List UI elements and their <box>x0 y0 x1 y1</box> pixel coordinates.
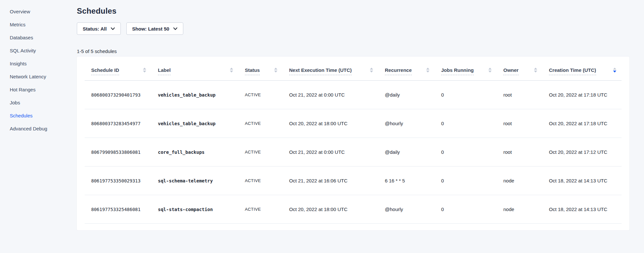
cell-schedule-id: 806197753325486081 <box>85 195 151 224</box>
cell-schedule-id: 806799098533806081 <box>85 138 151 166</box>
cell-next-execution: Oct 21, 2022 at 16:06 UTC <box>283 166 378 195</box>
chevron-down-icon <box>173 27 177 30</box>
sort-icon <box>230 68 233 73</box>
cell-label: sql-schema-telemetry <box>151 166 238 195</box>
cell-recurrence: 6 16 * * 5 <box>378 166 435 195</box>
cell-recurrence: @hourly <box>378 109 435 138</box>
cell-status: ACTIVE <box>238 138 283 166</box>
cell-recurrence: @daily <box>378 138 435 166</box>
cell-jobs-running: 0 <box>435 138 497 166</box>
cell-creation-time: Oct 20, 2022 at 17:18 UTC <box>542 109 622 138</box>
sidebar-item-network-latency[interactable]: Network Latency <box>10 74 77 79</box>
cell-status: ACTIVE <box>238 109 283 138</box>
cell-next-execution: Oct 20, 2022 at 18:00 UTC <box>283 109 378 138</box>
show-filter-label: Show: Latest 50 <box>132 26 169 32</box>
table-header-row: Schedule IDLabelStatusNext Execution Tim… <box>85 57 622 81</box>
column-label: Recurrence <box>385 67 412 75</box>
sort-icon <box>370 68 373 73</box>
table-row: 806800373290401793vehicles_table_backupA… <box>85 81 622 109</box>
column-label: Schedule ID <box>91 67 119 75</box>
cell-label: sql-stats-compaction <box>151 195 238 224</box>
cell-schedule-id: 806197753350029313 <box>85 166 151 195</box>
status-filter-label: Status: All <box>83 26 107 32</box>
cell-owner: node <box>497 166 542 195</box>
cell-creation-time: Oct 18, 2022 at 14:13 UTC <box>542 195 622 224</box>
cell-next-execution: Oct 21, 2022 at 0:00 UTC <box>283 81 378 109</box>
table-row: 806800373283454977vehicles_table_backupA… <box>85 109 622 138</box>
sidebar-item-hot-ranges[interactable]: Hot Ranges <box>10 87 77 92</box>
column-label: Status <box>245 67 260 75</box>
cell-creation-time: Oct 20, 2022 at 17:12 UTC <box>542 138 622 166</box>
cell-status: ACTIVE <box>238 166 283 195</box>
results-count: 1-5 of 5 schedules <box>77 48 629 54</box>
cell-status: ACTIVE <box>238 81 283 109</box>
column-label: Creation Time (UTC) <box>549 67 596 75</box>
column-header-schedule-id[interactable]: Schedule ID <box>85 57 151 81</box>
cell-recurrence: @hourly <box>378 195 435 224</box>
filter-bar: Status: All Show: Latest 50 <box>77 22 629 35</box>
cell-schedule-id: 806800373290401793 <box>85 81 151 109</box>
column-header-creation-time-utc[interactable]: Creation Time (UTC) <box>542 57 622 81</box>
cell-recurrence: @daily <box>378 81 435 109</box>
sidebar-item-jobs[interactable]: Jobs <box>10 100 77 105</box>
cell-owner: root <box>497 138 542 166</box>
show-filter-dropdown[interactable]: Show: Latest 50 <box>126 22 183 35</box>
column-header-jobs-running[interactable]: Jobs Running <box>435 57 497 81</box>
cell-owner: root <box>497 109 542 138</box>
sort-icon <box>426 68 429 73</box>
sidebar: OverviewMetricsDatabasesSQL ActivityInsi… <box>0 0 77 253</box>
cell-owner: root <box>497 81 542 109</box>
column-label: Jobs Running <box>441 67 474 75</box>
column-header-label[interactable]: Label <box>151 57 238 81</box>
column-header-recurrence[interactable]: Recurrence <box>378 57 435 81</box>
cell-schedule-id: 806800373283454977 <box>85 109 151 138</box>
column-label: Owner <box>503 67 519 75</box>
main-content: Schedules Status: All Show: Latest 50 1-… <box>77 0 644 253</box>
schedules-table: Schedule IDLabelStatusNext Execution Tim… <box>85 57 622 224</box>
cell-label: vehicles_table_backup <box>151 109 238 138</box>
page-title: Schedules <box>77 7 629 16</box>
cell-jobs-running: 0 <box>435 81 497 109</box>
sort-icon <box>274 68 277 73</box>
cell-owner: node <box>497 195 542 224</box>
table-row: 806197753350029313sql-schema-telemetryAC… <box>85 166 622 195</box>
schedules-table-card: Schedule IDLabelStatusNext Execution Tim… <box>77 57 629 230</box>
sidebar-item-advanced-debug[interactable]: Advanced Debug <box>10 126 77 131</box>
column-label: Label <box>158 67 171 75</box>
cell-label: vehicles_table_backup <box>151 81 238 109</box>
sidebar-item-databases[interactable]: Databases <box>10 35 77 40</box>
table-body: 806800373290401793vehicles_table_backupA… <box>85 81 622 224</box>
cell-jobs-running: 0 <box>435 166 497 195</box>
sidebar-nav: OverviewMetricsDatabasesSQL ActivityInsi… <box>10 9 77 131</box>
cell-jobs-running: 0 <box>435 195 497 224</box>
cell-creation-time: Oct 18, 2022 at 14:13 UTC <box>542 166 622 195</box>
cell-jobs-running: 0 <box>435 109 497 138</box>
cell-creation-time: Oct 20, 2022 at 17:18 UTC <box>542 81 622 109</box>
chevron-down-icon <box>111 27 115 30</box>
column-header-next-execution-time-utc[interactable]: Next Execution Time (UTC) <box>283 57 378 81</box>
sort-icon <box>488 68 492 73</box>
sort-icon <box>613 68 616 73</box>
sidebar-item-sql-activity[interactable]: SQL Activity <box>10 48 77 53</box>
cell-next-execution: Oct 21, 2022 at 0:00 UTC <box>283 138 378 166</box>
sort-icon <box>534 68 537 73</box>
sidebar-item-overview[interactable]: Overview <box>10 9 77 14</box>
sort-icon <box>143 68 146 73</box>
cell-label: core_full_backups <box>151 138 238 166</box>
sidebar-item-insights[interactable]: Insights <box>10 61 77 66</box>
sidebar-item-schedules[interactable]: Schedules <box>10 113 77 118</box>
table-row: 806197753325486081sql-stats-compactionAC… <box>85 195 622 224</box>
table-row: 806799098533806081core_full_backupsACTIV… <box>85 138 622 166</box>
cell-status: ACTIVE <box>238 195 283 224</box>
column-header-status[interactable]: Status <box>238 57 283 81</box>
status-filter-dropdown[interactable]: Status: All <box>77 22 121 35</box>
column-label: Next Execution Time (UTC) <box>289 67 352 75</box>
sidebar-item-metrics[interactable]: Metrics <box>10 22 77 27</box>
column-header-owner[interactable]: Owner <box>497 57 542 81</box>
cell-next-execution: Oct 20, 2022 at 18:00 UTC <box>283 195 378 224</box>
